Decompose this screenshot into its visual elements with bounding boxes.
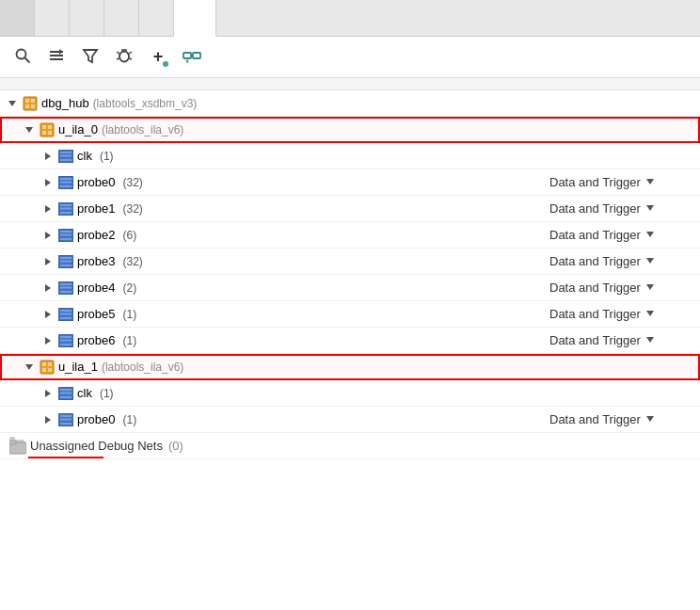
node-type-label: (labtools_ila_v6) (102, 361, 183, 374)
svg-marker-58 (646, 258, 654, 264)
table-row[interactable]: u_ila_1(labtools_ila_v6) (0, 354, 700, 380)
probe-type-label: Data and Trigger (549, 175, 641, 189)
table-row[interactable]: probe1(32)Data and Trigger (0, 196, 700, 222)
table-row[interactable]: probe6(1)Data and Trigger (0, 328, 700, 354)
tab-tcl-console[interactable] (0, 0, 35, 36)
filter-button[interactable] (77, 45, 103, 70)
expand-icon[interactable] (41, 334, 55, 347)
probe-icon (58, 334, 73, 347)
table-row[interactable]: probe5(1)Data and Trigger (0, 301, 700, 328)
svg-rect-87 (60, 396, 72, 398)
svg-rect-86 (60, 392, 72, 393)
search-button[interactable] (9, 45, 36, 70)
probe-type-cell: Data and Trigger (549, 175, 700, 189)
svg-rect-91 (60, 418, 72, 420)
table-row[interactable]: probe0(1)Data and Trigger (0, 407, 700, 433)
svg-marker-24 (25, 127, 33, 133)
probe-type-cell: Data and Trigger (549, 333, 700, 347)
probe-type-dropdown-icon[interactable] (644, 176, 656, 189)
svg-rect-74 (60, 339, 72, 341)
svg-point-17 (186, 59, 189, 62)
probe-icon (58, 229, 73, 242)
table-row[interactable]: u_ila_0(labtools_ila_v6) (0, 117, 700, 143)
probe-type-dropdown-icon[interactable] (644, 281, 656, 295)
svg-rect-80 (48, 362, 52, 366)
collapse-icon[interactable] (23, 123, 36, 136)
node-type-label: (labtools_xsdbm_v3) (93, 97, 198, 110)
svg-rect-33 (60, 154, 72, 156)
expand-icon[interactable] (41, 150, 55, 163)
add-icon: + (153, 47, 164, 67)
probe-type-dropdown-icon[interactable] (644, 255, 656, 268)
tab-messages[interactable] (35, 0, 70, 36)
svg-rect-22 (25, 104, 29, 108)
svg-rect-26 (42, 125, 46, 129)
node-count-label: (32) (122, 176, 142, 189)
table-row[interactable]: probe0(32)Data and Trigger (0, 169, 700, 196)
ip-core-icon (40, 122, 55, 137)
svg-rect-34 (60, 159, 72, 161)
driver-pin-value (446, 337, 549, 345)
driver-cell-value (324, 152, 446, 160)
svg-point-7 (119, 51, 129, 61)
node-count-label: (1) (100, 387, 114, 400)
probe-type-dropdown-icon[interactable] (644, 229, 656, 242)
unassigned-debug-nets-row[interactable]: Unassigned Debug Nets (0) (0, 433, 700, 459)
table-row[interactable]: probe4(2)Data and Trigger (0, 275, 700, 301)
expand-icon[interactable] (41, 281, 55, 295)
tab-log[interactable] (70, 0, 104, 36)
svg-marker-70 (646, 311, 654, 316)
svg-rect-27 (48, 125, 52, 129)
tab-bar (0, 0, 700, 37)
tab-debug[interactable] (174, 0, 216, 37)
node-name-label: probe6 (77, 333, 115, 347)
probe-icon (58, 150, 73, 163)
expand-icon[interactable] (41, 255, 55, 268)
svg-marker-88 (45, 416, 51, 424)
tab-reports[interactable] (104, 0, 139, 36)
node-type-label: (labtools_ila_v6) (102, 123, 183, 136)
connect-button[interactable] (179, 45, 205, 70)
tab-design-runs[interactable] (139, 0, 174, 36)
svg-rect-69 (60, 317, 72, 319)
add-button[interactable]: + (145, 45, 171, 70)
probe-type-dropdown-icon[interactable] (644, 413, 656, 426)
node-name-label: probe0 (77, 412, 115, 426)
expand-icon[interactable] (41, 202, 55, 216)
expand-icon[interactable] (41, 413, 55, 426)
table-row[interactable]: probe2(6)Data and Trigger (0, 222, 700, 249)
probe-type-dropdown-icon[interactable] (644, 202, 656, 216)
probe-type-dropdown-icon[interactable] (644, 334, 656, 347)
table-row[interactable]: probe3(32)Data and Trigger (0, 249, 700, 275)
connect-icon (183, 47, 201, 68)
bug-button[interactable] (111, 45, 137, 70)
collapse-icon[interactable] (23, 361, 36, 374)
bug-icon (116, 47, 133, 68)
expand-icon[interactable] (41, 308, 55, 321)
svg-marker-93 (646, 416, 654, 422)
svg-marker-71 (45, 337, 51, 345)
svg-marker-77 (25, 364, 33, 370)
collapse-icon[interactable] (6, 97, 19, 110)
name-cell: probe1(32) (0, 198, 324, 219)
table-row[interactable]: dbg_hub(labtools_xsdbm_v3) (0, 90, 700, 117)
driver-pin-value (446, 179, 549, 186)
svg-rect-37 (60, 178, 72, 180)
svg-rect-28 (42, 131, 46, 135)
node-count-label: (1) (100, 150, 114, 163)
expand-icon[interactable] (41, 176, 55, 189)
svg-rect-61 (60, 283, 72, 285)
table-row[interactable]: clk(1) (0, 380, 700, 407)
expand-icon[interactable] (41, 229, 55, 242)
expand-icon[interactable] (41, 387, 55, 400)
auto-connect-button[interactable] (43, 45, 70, 70)
svg-marker-64 (646, 284, 654, 290)
unassigned-count: (0) (168, 439, 183, 453)
svg-marker-53 (45, 258, 51, 265)
name-cell: dbg_hub(labtools_xsdbm_v3) (0, 92, 324, 115)
table-row[interactable]: clk(1) (0, 143, 700, 169)
svg-rect-43 (60, 204, 72, 206)
ip-core-icon (23, 96, 38, 111)
probe-type-dropdown-icon[interactable] (644, 308, 656, 321)
svg-rect-21 (31, 99, 35, 103)
